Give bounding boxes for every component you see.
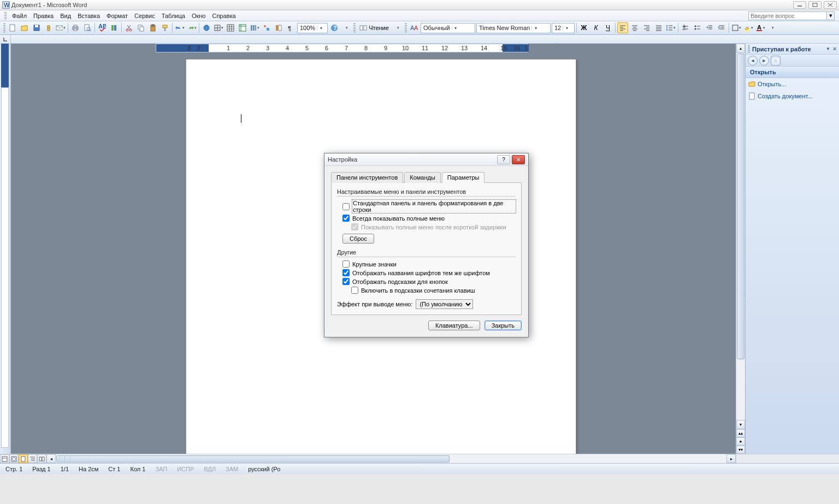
hscroll-left-button[interactable]: ◂ [46, 454, 56, 463]
menu-file[interactable]: Файл [9, 11, 30, 20]
print-button[interactable] [70, 22, 81, 33]
font-color-button[interactable]: A [755, 22, 766, 33]
toolbar-options-1[interactable] [341, 22, 352, 33]
browse-object-button[interactable]: ● [736, 437, 745, 446]
menu-view[interactable]: Вид [57, 11, 74, 20]
status-trk[interactable]: ИСПР [175, 466, 196, 472]
spellcheck-button[interactable]: ABC [97, 22, 108, 33]
columns-button[interactable] [249, 22, 260, 33]
insert-hyperlink-button[interactable] [201, 22, 212, 33]
decrease-indent-button[interactable] [704, 22, 715, 33]
toolbar-gripper-2[interactable] [353, 23, 356, 32]
browse-prev-button[interactable]: ▴▴ [736, 429, 745, 437]
taskpane-fwd-button[interactable]: ► [759, 56, 769, 66]
increase-indent-button[interactable] [716, 22, 727, 33]
view-web-button[interactable] [9, 454, 19, 463]
cb-font-names[interactable] [342, 269, 350, 276]
tab-commands[interactable]: Команды [404, 172, 441, 183]
view-outline-button[interactable] [28, 454, 37, 463]
status-line[interactable]: Ст 1 [106, 466, 122, 472]
maximize-button[interactable] [808, 1, 822, 9]
reset-button[interactable]: Сброс [342, 234, 374, 244]
styles-button[interactable]: AА [409, 22, 420, 33]
undo-button[interactable] [174, 22, 185, 33]
status-ext[interactable]: ВДЛ [202, 466, 218, 472]
zoom-combo[interactable]: 100%▾ [297, 23, 328, 33]
horizontal-scrollbar[interactable]: ◂ ⋮⋮⋮ ▸ [46, 454, 736, 463]
dialog-help-button[interactable]: ? [497, 155, 510, 164]
numbering-button[interactable]: 12 [680, 22, 691, 33]
close-button[interactable]: Закрыть [485, 321, 522, 330]
minimize-button[interactable] [793, 1, 806, 9]
vscroll-thumb[interactable] [737, 54, 745, 359]
status-at[interactable]: На 2см [76, 466, 101, 472]
toolbar-options-2[interactable] [392, 22, 403, 33]
status-lang[interactable]: русский (Ро [246, 466, 282, 472]
bold-button[interactable]: Ж [578, 22, 589, 33]
view-normal-button[interactable] [0, 454, 9, 463]
vertical-ruler[interactable] [0, 44, 11, 454]
status-page[interactable]: Стр. 1 [3, 466, 25, 472]
view-reading-button[interactable] [37, 454, 46, 463]
tables-borders-button[interactable] [213, 22, 224, 33]
cb-tooltips[interactable] [342, 278, 350, 285]
align-center-button[interactable] [629, 22, 640, 33]
hscroll-right-button[interactable]: ▸ [726, 454, 736, 463]
show-marks-button[interactable]: ¶ [285, 22, 296, 33]
taskpane-link-open[interactable]: Открыть... [746, 78, 839, 90]
align-right-button[interactable] [641, 22, 652, 33]
taskpane-home-button[interactable]: ⌂ [771, 56, 781, 66]
menu-tools[interactable]: Сервис [131, 11, 158, 20]
scroll-up-button[interactable]: ▴ [736, 44, 745, 53]
toolbar-gripper-3[interactable] [405, 23, 407, 32]
taskpane-back-button[interactable]: ◄ [748, 56, 758, 66]
cb-shortcuts[interactable] [351, 287, 358, 294]
menu-format[interactable]: Формат [103, 11, 131, 20]
view-print-button[interactable] [19, 454, 28, 463]
tab-selector[interactable] [0, 35, 11, 44]
status-ovr[interactable]: ЗАМ [223, 466, 240, 472]
menubar-gripper[interactable] [4, 12, 7, 20]
save-button[interactable] [31, 22, 42, 33]
close-window-button[interactable] [824, 1, 837, 9]
highlight-button[interactable] [743, 22, 754, 33]
bullets-button[interactable] [692, 22, 703, 33]
status-section[interactable]: Разд 1 [30, 466, 52, 472]
menu-table[interactable]: Таблица [158, 11, 188, 20]
taskpane-gripper[interactable] [748, 45, 750, 53]
paste-button[interactable] [147, 22, 158, 33]
toolbar-options-3[interactable] [767, 22, 778, 33]
underline-button[interactable]: Ч [602, 22, 613, 33]
insert-table-button[interactable] [225, 22, 236, 33]
menu-edit[interactable]: Правка [30, 11, 57, 20]
italic-button[interactable]: К [590, 22, 601, 33]
font-combo[interactable]: Times New Roman▾ [476, 23, 551, 33]
tab-options[interactable]: Параметры [442, 172, 485, 183]
cb-two-rows[interactable] [342, 203, 350, 210]
cut-button[interactable] [123, 22, 134, 33]
new-doc-button[interactable] [7, 22, 18, 33]
horizontal-ruler[interactable]: 32 123 456 789 101112 131415 1617 [156, 44, 528, 52]
effect-select[interactable]: (По умолчанию) [416, 299, 473, 309]
help-button[interactable]: ? [329, 22, 340, 33]
ask-question-dropdown[interactable]: ▾ [827, 11, 835, 20]
print-preview-button[interactable] [82, 22, 93, 33]
status-col[interactable]: Кол 1 [128, 466, 147, 472]
borders-button[interactable] [731, 22, 742, 33]
reading-button[interactable]: Чтение [357, 22, 391, 33]
taskpane-dropdown[interactable]: ▼ [826, 46, 830, 51]
style-combo[interactable]: Обычный▾ [421, 23, 475, 33]
align-left-button[interactable] [617, 22, 628, 33]
copy-button[interactable] [135, 22, 146, 33]
browse-next-button[interactable]: ▾▾ [736, 446, 745, 454]
doc-map-button[interactable] [273, 22, 284, 33]
permission-button[interactable] [43, 22, 54, 33]
menu-window[interactable]: Окно [188, 11, 209, 20]
ask-question-input[interactable] [748, 11, 827, 20]
line-spacing-button[interactable] [665, 22, 676, 33]
status-pages[interactable]: 1/1 [58, 466, 71, 472]
menu-insert[interactable]: Вставка [74, 11, 103, 20]
hscroll-thumb[interactable]: ⋮⋮⋮ [56, 455, 450, 463]
taskpane-close-button[interactable]: ✕ [832, 46, 837, 52]
research-button[interactable] [109, 22, 120, 33]
